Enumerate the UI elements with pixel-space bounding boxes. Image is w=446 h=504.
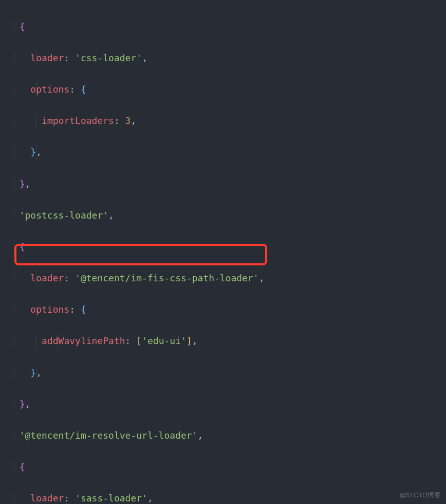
code-line: }, <box>5 365 446 381</box>
watermark-text: @51CTO博客 <box>399 490 441 501</box>
code-line: loader: 'css-loader', <box>5 50 446 66</box>
number-literal: 3 <box>125 115 131 126</box>
brace-open: { <box>20 461 25 472</box>
brace-close: } <box>20 178 25 189</box>
string-literal: 'css-loader' <box>75 52 142 63</box>
bracket-close: ] <box>187 335 192 346</box>
string-literal: 'edu-ui' <box>142 335 187 346</box>
code-line: options: { <box>5 82 446 98</box>
brace-open: { <box>81 84 86 95</box>
code-line: '@tencent/im-resolve-url-loader', <box>5 428 446 444</box>
code-line: }, <box>5 145 446 160</box>
code-line: options: { <box>5 302 446 318</box>
brace-open: { <box>20 241 25 252</box>
bracket-open: [ <box>136 335 142 346</box>
code-line: 'postcss-loader', <box>5 208 446 224</box>
string-literal: '@tencent/im-resolve-url-loader' <box>20 430 198 441</box>
brace-close: } <box>20 399 25 409</box>
code-line: addWavylinePath: ['edu-ui'], <box>5 333 446 349</box>
brace-close: } <box>30 367 36 378</box>
string-literal: 'postcss-loader' <box>20 210 108 221</box>
brace-open: { <box>20 21 25 32</box>
string-literal: 'sass-loader' <box>75 493 147 503</box>
code-line: }, <box>5 176 446 192</box>
code-line: }, <box>5 397 446 412</box>
code-line: { <box>5 239 446 255</box>
string-literal: '@tencent/im-fis-css-path-loader' <box>75 273 259 283</box>
brace-close: } <box>30 147 36 157</box>
code-editor[interactable]: { loader: 'css-loader', options: { impor… <box>5 3 446 504</box>
object-key: importLoaders <box>42 115 114 126</box>
object-key: addWavylinePath <box>42 335 125 346</box>
code-line: loader: '@tencent/im-fis-css-path-loader… <box>5 271 446 286</box>
brace-open: { <box>81 304 86 315</box>
code-line: { <box>5 459 446 475</box>
code-line: { <box>5 19 446 35</box>
code-line: importLoaders: 3, <box>5 113 446 129</box>
code-line: loader: 'sass-loader', <box>5 491 446 504</box>
